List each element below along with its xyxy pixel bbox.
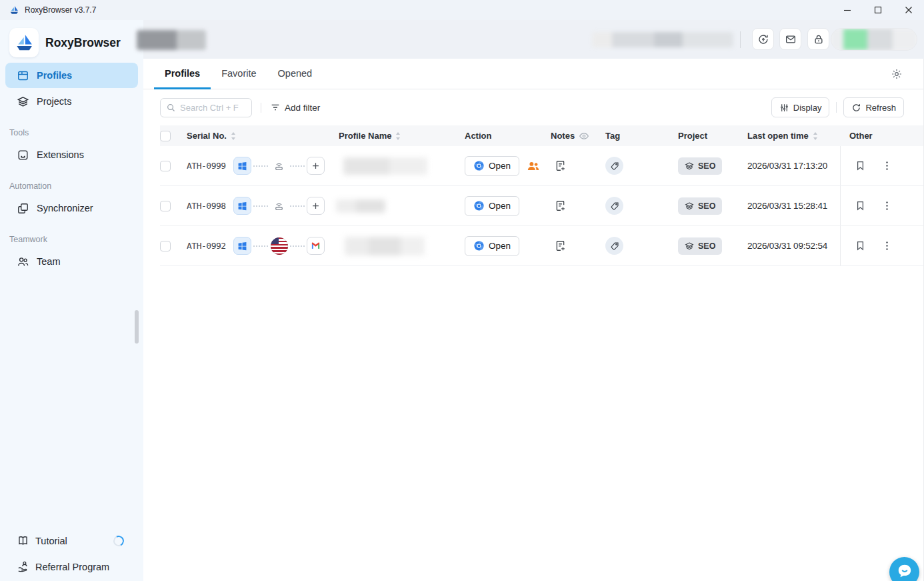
kebab-menu-icon[interactable]	[881, 160, 893, 171]
minimize-button[interactable]	[832, 0, 863, 20]
sidebar-item-team[interactable]: Team	[5, 249, 138, 274]
table-row: ATH-0998 Open	[160, 186, 923, 226]
tab-favorite[interactable]: Favorite	[211, 59, 267, 89]
col-tag: Tag	[605, 131, 678, 141]
sort-icon[interactable]	[395, 132, 401, 140]
sync-button[interactable]	[752, 28, 774, 50]
last-open-time: 2026/03/31 15:28:41	[747, 201, 827, 211]
search-input[interactable]	[180, 103, 246, 113]
tag-icon	[610, 161, 619, 171]
bookmark-icon[interactable]	[855, 240, 866, 251]
row-checkbox[interactable]	[160, 241, 171, 251]
sidebar-item-tutorial[interactable]: Tutorial	[0, 528, 143, 554]
window-controls	[832, 0, 924, 20]
col-label: Last open time	[747, 131, 809, 141]
close-button[interactable]	[893, 0, 924, 20]
row-checkbox[interactable]	[160, 161, 171, 171]
tag-icon	[610, 241, 619, 251]
windows-icon	[237, 161, 247, 171]
sidebar-item-label: Extensions	[37, 149, 84, 160]
maximize-button[interactable]	[863, 0, 893, 20]
tab-bar: Profiles Favorite Opened	[143, 59, 923, 89]
account-chip[interactable]	[831, 28, 917, 51]
table-row: ATH-0992 Open	[160, 226, 923, 266]
project-badge[interactable]: SEO	[678, 157, 722, 175]
tag-cell	[605, 226, 678, 265]
redacted-account-info	[831, 29, 917, 50]
add-filter-label: Add filter	[285, 103, 320, 113]
proxy-slot[interactable]	[270, 237, 288, 255]
add-note-icon[interactable]	[554, 199, 567, 212]
tag-button[interactable]	[605, 157, 623, 175]
row-checkbox[interactable]	[160, 201, 171, 211]
add-account-button[interactable]	[307, 197, 325, 215]
connector-dots	[253, 245, 268, 247]
profile-name-cell	[339, 146, 465, 185]
search-box[interactable]	[160, 98, 252, 117]
project-cell: SEO	[678, 146, 747, 185]
main-area: Profiles Favorite Opened Add filter	[143, 20, 924, 581]
sort-icon[interactable]	[813, 132, 818, 140]
header-divider	[740, 31, 741, 48]
sidebar-item-profiles[interactable]: Profiles	[5, 63, 138, 88]
chat-smile-icon	[896, 562, 913, 580]
eye-icon[interactable]	[579, 131, 589, 141]
open-profile-button[interactable]: Open	[465, 236, 519, 256]
project-badge[interactable]: SEO	[678, 197, 722, 215]
connector-dots	[290, 245, 305, 247]
bookmark-icon[interactable]	[855, 200, 866, 211]
sidebar-item-label: Team	[37, 256, 60, 267]
project-badge[interactable]: SEO	[678, 237, 722, 255]
display-button[interactable]: Display	[771, 97, 830, 117]
kebab-menu-icon[interactable]	[881, 200, 893, 211]
col-label: Project	[678, 131, 707, 141]
header-checkbox-cell	[160, 131, 187, 141]
sidebar-nav: Profiles Projects Tools Extensions Autom…	[0, 63, 143, 274]
layers-icon	[17, 95, 29, 108]
sidebar-section-tools: Tools	[0, 115, 143, 142]
browser-window-icon	[17, 69, 29, 82]
sidebar-section-teamwork: Teamwork	[0, 221, 143, 249]
settings-gear-icon[interactable]	[891, 68, 903, 80]
open-profile-button[interactable]: Open	[465, 156, 519, 176]
sidebar-scrollbar-thumb[interactable]	[135, 310, 139, 344]
kebab-menu-icon[interactable]	[881, 240, 893, 251]
lock-button[interactable]	[807, 28, 829, 50]
col-label: Profile Name	[339, 131, 391, 141]
filter-icon	[270, 102, 281, 113]
add-filter-button[interactable]: Add filter	[270, 102, 320, 113]
open-label: Open	[489, 201, 511, 211]
add-note-icon[interactable]	[554, 159, 567, 172]
sidebar-item-extensions[interactable]: Extensions	[5, 142, 138, 167]
add-note-icon[interactable]	[554, 239, 567, 252]
sort-icon[interactable]	[231, 132, 236, 140]
profile-name-cell	[339, 226, 465, 265]
redacted-workspace-name	[137, 30, 206, 50]
select-all-checkbox[interactable]	[160, 131, 171, 141]
sidebar-item-synchronizer[interactable]: Synchronizer	[5, 195, 138, 221]
sidebar-item-referral-program[interactable]: Referral Program	[0, 554, 143, 580]
col-other: Other	[840, 131, 919, 141]
project-name: SEO	[698, 241, 715, 251]
project-cell: SEO	[678, 186, 747, 225]
windows-os-button[interactable]	[233, 237, 251, 255]
open-profile-button[interactable]: Open	[465, 196, 519, 216]
tab-profiles[interactable]: Profiles	[154, 59, 211, 89]
refresh-button[interactable]: Refresh	[843, 97, 904, 117]
gmail-account-button[interactable]	[307, 237, 325, 255]
sidebar-item-projects[interactable]: Projects	[5, 89, 138, 114]
bookmark-icon[interactable]	[855, 160, 866, 171]
windows-os-button[interactable]	[233, 157, 251, 175]
col-notes: Notes	[551, 131, 605, 141]
proxy-slot[interactable]	[270, 199, 288, 212]
other-cell	[840, 146, 919, 185]
brand: RoxyBrowser	[0, 20, 143, 60]
tag-button[interactable]	[605, 197, 623, 215]
tag-button[interactable]	[605, 237, 623, 255]
mail-button[interactable]	[779, 28, 801, 50]
other-cell	[840, 226, 919, 265]
windows-os-button[interactable]	[233, 197, 251, 215]
add-account-button[interactable]	[307, 157, 325, 175]
tab-opened[interactable]: Opened	[267, 59, 323, 89]
proxy-slot[interactable]	[270, 159, 288, 172]
